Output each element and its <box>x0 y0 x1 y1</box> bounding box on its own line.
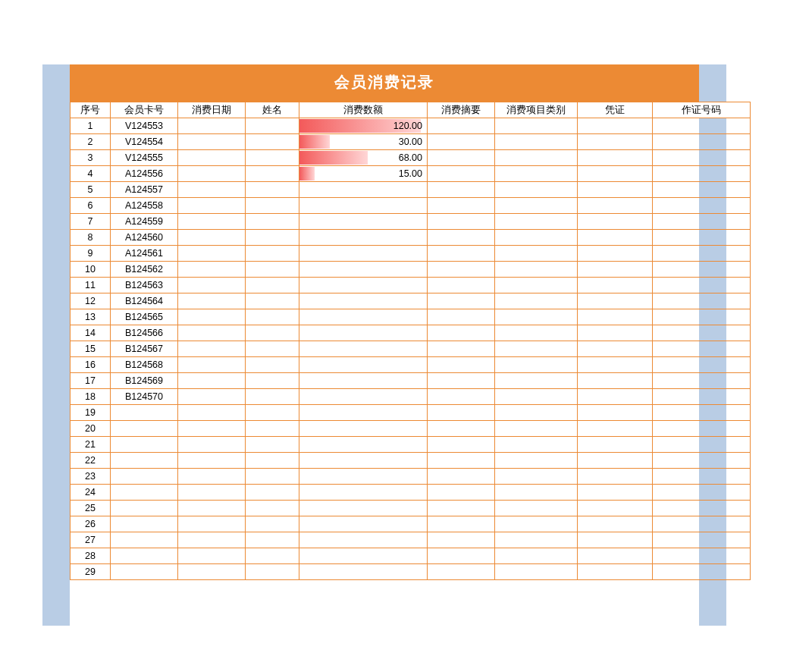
cell[interactable] <box>246 437 299 453</box>
cell[interactable]: 12 <box>71 293 111 309</box>
table-row[interactable]: 11B124563 <box>71 278 751 293</box>
cell[interactable] <box>578 405 653 421</box>
cell[interactable] <box>178 469 246 485</box>
cell[interactable] <box>653 150 751 166</box>
cell[interactable]: 25 <box>71 501 111 516</box>
cell[interactable] <box>578 389 653 405</box>
cell[interactable] <box>653 166 751 182</box>
cell[interactable]: 6 <box>71 198 111 214</box>
table-row[interactable]: 14B124566 <box>71 325 751 341</box>
cell[interactable] <box>428 278 495 293</box>
cell[interactable] <box>178 373 246 389</box>
cell[interactable] <box>178 262 246 278</box>
cell[interactable]: B124566 <box>111 325 178 341</box>
cell[interactable] <box>653 373 751 389</box>
cell[interactable] <box>495 453 578 469</box>
amount-cell[interactable] <box>299 548 428 564</box>
cell[interactable]: A124556 <box>111 166 178 182</box>
cell[interactable] <box>178 134 246 150</box>
cell[interactable] <box>428 453 495 469</box>
cell[interactable] <box>495 437 578 453</box>
cell[interactable] <box>495 548 578 564</box>
cell[interactable] <box>111 564 178 580</box>
table-row[interactable]: 29 <box>71 564 751 580</box>
cell[interactable] <box>578 501 653 516</box>
cell[interactable]: A124557 <box>111 182 178 198</box>
cell[interactable] <box>178 389 246 405</box>
cell[interactable] <box>578 182 653 198</box>
cell[interactable]: A124560 <box>111 230 178 246</box>
cell[interactable] <box>178 341 246 357</box>
cell[interactable]: B124570 <box>111 389 178 405</box>
cell[interactable] <box>428 150 495 166</box>
cell[interactable] <box>178 405 246 421</box>
cell[interactable] <box>495 421 578 437</box>
cell[interactable] <box>428 389 495 405</box>
cell[interactable] <box>495 182 578 198</box>
cell[interactable] <box>178 485 246 501</box>
cell[interactable] <box>578 373 653 389</box>
cell[interactable] <box>578 166 653 182</box>
cell[interactable] <box>495 198 578 214</box>
cell[interactable] <box>178 198 246 214</box>
cell[interactable] <box>111 548 178 564</box>
cell[interactable] <box>428 437 495 453</box>
cell[interactable] <box>653 309 751 325</box>
cell[interactable] <box>653 230 751 246</box>
cell[interactable] <box>428 548 495 564</box>
cell[interactable] <box>178 118 246 134</box>
cell[interactable]: A124558 <box>111 198 178 214</box>
cell[interactable] <box>578 564 653 580</box>
cell[interactable] <box>653 437 751 453</box>
cell[interactable]: B124568 <box>111 357 178 373</box>
cell[interactable] <box>653 182 751 198</box>
cell[interactable] <box>428 373 495 389</box>
cell[interactable] <box>246 150 299 166</box>
cell[interactable] <box>246 485 299 501</box>
amount-cell[interactable] <box>299 341 428 357</box>
cell[interactable] <box>495 262 578 278</box>
cell[interactable]: 5 <box>71 182 111 198</box>
cell[interactable]: 3 <box>71 150 111 166</box>
cell[interactable] <box>111 405 178 421</box>
table-row[interactable]: 26 <box>71 516 751 532</box>
table-row[interactable]: 23 <box>71 469 751 485</box>
amount-cell[interactable] <box>299 325 428 341</box>
amount-cell[interactable]: 15.00 <box>299 166 428 182</box>
cell[interactable] <box>653 564 751 580</box>
cell[interactable] <box>495 485 578 501</box>
cell[interactable] <box>495 278 578 293</box>
cell[interactable] <box>111 501 178 516</box>
cell[interactable] <box>111 516 178 532</box>
cell[interactable] <box>178 548 246 564</box>
cell[interactable]: 24 <box>71 485 111 501</box>
amount-cell[interactable] <box>299 293 428 309</box>
cell[interactable] <box>246 198 299 214</box>
cell[interactable] <box>653 501 751 516</box>
table-row[interactable]: 8A124560 <box>71 230 751 246</box>
cell[interactable] <box>428 134 495 150</box>
cell[interactable]: B124565 <box>111 309 178 325</box>
cell[interactable] <box>111 421 178 437</box>
cell[interactable] <box>246 118 299 134</box>
cell[interactable] <box>178 293 246 309</box>
table-row[interactable]: 19 <box>71 405 751 421</box>
cell[interactable]: 13 <box>71 309 111 325</box>
table-row[interactable]: 7A124559 <box>71 214 751 230</box>
cell[interactable]: 4 <box>71 166 111 182</box>
cell[interactable] <box>578 230 653 246</box>
cell[interactable] <box>495 118 578 134</box>
amount-cell[interactable] <box>299 357 428 373</box>
cell[interactable] <box>178 564 246 580</box>
cell[interactable] <box>246 341 299 357</box>
cell[interactable] <box>246 246 299 262</box>
table-row[interactable]: 16B124568 <box>71 357 751 373</box>
cell[interactable] <box>246 516 299 532</box>
table-row[interactable]: 20 <box>71 421 751 437</box>
cell[interactable] <box>246 325 299 341</box>
cell[interactable] <box>428 325 495 341</box>
cell[interactable] <box>495 373 578 389</box>
cell[interactable] <box>653 278 751 293</box>
cell[interactable] <box>578 309 653 325</box>
cell[interactable] <box>495 246 578 262</box>
